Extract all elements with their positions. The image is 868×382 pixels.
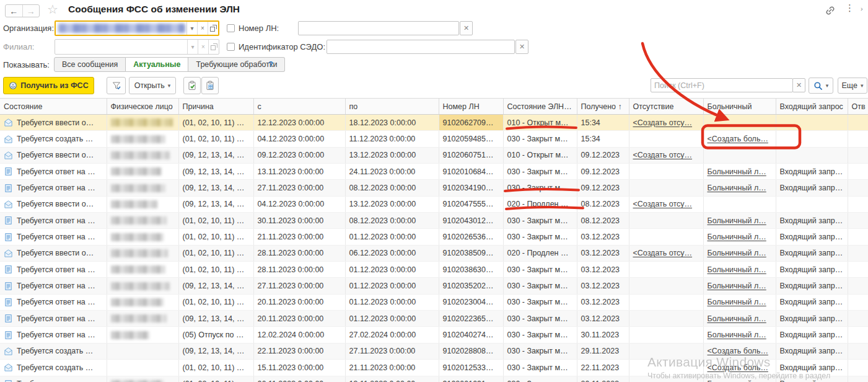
cell-sick-leave-link[interactable]: Больничный л… xyxy=(708,314,766,323)
organization-field[interactable]: ▾ × xyxy=(55,20,219,36)
cell-ln-number: 9102038509… xyxy=(439,245,503,261)
branch-field[interactable]: ▾ × xyxy=(55,39,219,55)
sedo-id-input[interactable] xyxy=(327,40,515,54)
tab-actual[interactable]: Актуальные xyxy=(126,57,188,72)
open-button[interactable]: Открыть▾ xyxy=(129,77,176,94)
state-text: Требуется ответ на … xyxy=(17,233,95,241)
cell-absence-link[interactable]: <Создать отсу… xyxy=(633,118,693,127)
table-row[interactable]: Требуется ввести о…(09, 12, 13, 14, …04.… xyxy=(0,196,868,212)
column-header-6[interactable]: Состояние ЭЛН… xyxy=(503,99,577,115)
organization-redacted-value xyxy=(58,24,185,33)
cell-sick-leave-link[interactable]: Больничный л… xyxy=(708,380,766,382)
column-header-5[interactable]: Номер ЛН xyxy=(439,99,503,115)
table-row[interactable]: Требуется ответ на …(09, 12, 13, 14, …27… xyxy=(0,180,868,196)
get-link-icon[interactable] xyxy=(824,4,836,17)
column-header-0[interactable]: Состояние xyxy=(0,99,107,115)
cell-sick-leave-link[interactable]: Больничный л… xyxy=(708,233,766,241)
cell-sick-leave-link[interactable]: Больничный л… xyxy=(708,249,766,257)
column-header-2[interactable]: Причина xyxy=(178,99,253,115)
table-row[interactable]: Требуется ответ на …(01, 02, 10, 11) …30… xyxy=(0,213,868,229)
state-text: Требуется ответ на … xyxy=(17,167,95,176)
cell-received: 03.12.2023 xyxy=(577,278,629,294)
cell-sick-leave-link[interactable]: Больничный л… xyxy=(708,265,766,274)
cell-incoming-request: Входящий запр… xyxy=(776,213,848,229)
table-row[interactable]: Требуется создать …(01, 02, 10, 11) …15.… xyxy=(0,360,868,376)
cell-absence: <Создать отсу… xyxy=(629,147,703,163)
clipboard-check-button[interactable] xyxy=(183,77,201,94)
branch-open-icon[interactable] xyxy=(208,40,219,54)
table-row[interactable]: Требуется ответ на …(09, 12, 13, 14, …13… xyxy=(0,164,868,180)
table-row[interactable]: Требуется ввести о…(01, 02, 10, 11) …28.… xyxy=(0,245,868,261)
cell-sick-leave-link[interactable]: Больничный л… xyxy=(708,167,766,176)
cell-eln-state: 030 - Закрыт м… xyxy=(503,213,577,229)
filter-button[interactable] xyxy=(107,77,126,94)
cell-sick-leave-link[interactable]: Больничный л… xyxy=(708,331,766,339)
more-button[interactable]: Еще▾ xyxy=(838,78,867,94)
branch-clear-icon[interactable]: × xyxy=(198,40,208,54)
column-header-9[interactable]: Больничный xyxy=(703,99,776,115)
cell-reason: (09, 12, 13, 14, … xyxy=(178,164,253,180)
column-header-11[interactable]: Отв xyxy=(848,99,868,115)
ln-number-clear-icon[interactable]: ✕ xyxy=(460,21,473,35)
table-row[interactable]: Требуется создать …(09, 12, 13, 14, …22.… xyxy=(0,343,868,359)
state-text: Требуется ответ на … xyxy=(17,265,95,274)
ln-number-checkbox[interactable] xyxy=(227,24,235,32)
cell-date-from: 12.02.2024 0:00:00 xyxy=(253,327,345,343)
cell-sick-leave-link[interactable]: <Создать боль… xyxy=(708,363,768,372)
table-row[interactable]: Требуется ввести о…(01, 02, 10, 11) …12.… xyxy=(0,115,868,131)
cell-sick-leave-link[interactable]: <Создать боль… xyxy=(708,347,768,355)
table-row[interactable]: Требуется ответ на …(01, 02, 10, 11) …06… xyxy=(0,376,868,382)
cell-date-to: 08.12.2023 0:00:00 xyxy=(345,213,439,229)
organization-dropdown-icon[interactable]: ▾ xyxy=(186,22,197,35)
cell-sick-leave-link[interactable]: Больничный л… xyxy=(708,298,766,306)
branch-dropdown-icon[interactable]: ▾ xyxy=(187,40,198,54)
cell-reply xyxy=(848,180,868,196)
document-icon xyxy=(4,331,13,340)
column-header-7[interactable]: Получено ↑ xyxy=(577,99,629,115)
cell-person xyxy=(107,311,178,327)
cell-absence-link[interactable]: <Создать отсу… xyxy=(633,151,693,159)
cell-date-to: 24.11.2023 0:00:00 xyxy=(345,164,439,180)
table-row[interactable]: Требуется ответ на …(09, 12, 13, 14, …20… xyxy=(0,311,868,327)
cell-sick-leave: Больничный л… xyxy=(703,327,776,343)
table-row[interactable]: Требуется ввести о…(09, 12, 13, 14, …09.… xyxy=(0,147,868,163)
column-header-8[interactable]: Отсутствие xyxy=(629,99,703,115)
cell-sick-leave-link[interactable]: <Создать боль… xyxy=(708,135,768,143)
table-row[interactable]: Требуется ответ на …(05) Отпуск по …12.0… xyxy=(0,327,868,343)
search-button[interactable]: ▾ xyxy=(809,78,833,94)
column-header-4[interactable]: по xyxy=(345,99,439,115)
table-row[interactable]: Требуется создать …(01, 02, 10, 11) …04.… xyxy=(0,131,868,147)
sedo-id-checkbox[interactable] xyxy=(227,43,235,51)
state-text: Требуется ответ на … xyxy=(17,184,95,192)
column-header-1[interactable]: Физическое лицо xyxy=(107,99,178,115)
sedo-id-clear-icon[interactable]: ✕ xyxy=(515,40,528,54)
favorite-star-icon[interactable]: ☆ xyxy=(47,2,58,17)
back-button[interactable]: ← xyxy=(6,5,23,17)
table-row[interactable]: Требуется ответ на …(01, 02, 10, 11) …28… xyxy=(0,262,868,278)
cell-absence-link[interactable]: <Создать отсу… xyxy=(633,249,693,257)
clipboard-copy-button[interactable] xyxy=(201,77,219,94)
cell-sick-leave-link[interactable]: Больничный л… xyxy=(708,282,766,290)
cell-incoming-request: Входящий запр… xyxy=(776,327,848,343)
search-clear-icon[interactable]: ✕ xyxy=(792,78,805,92)
table-row[interactable]: Требуется ответ на …(01, 02, 10, 11) …21… xyxy=(0,229,868,245)
help-link[interactable]: ? xyxy=(268,60,273,69)
tab-all-messages[interactable]: Все сообщения xyxy=(54,57,126,72)
ln-number-input[interactable] xyxy=(298,21,459,35)
fetch-from-fss-button[interactable]: Получить из ФСС xyxy=(3,77,94,94)
column-header-10[interactable]: Входящий запрос xyxy=(776,99,848,115)
cell-absence-link[interactable]: <Создать отсу… xyxy=(633,200,693,208)
cell-sick-leave-link[interactable]: Больничный л… xyxy=(708,184,766,192)
cell-reason: (01, 02, 10, 11) … xyxy=(178,115,253,131)
table-row[interactable]: Требуется ответ на …(09, 12, 13, 14, …27… xyxy=(0,278,868,294)
search-input[interactable] xyxy=(651,78,793,92)
cell-sick-leave-link[interactable]: Больничный л… xyxy=(708,216,766,225)
forward-button[interactable]: → xyxy=(23,5,40,17)
organization-open-icon[interactable] xyxy=(208,22,218,35)
collapse-panel-icon[interactable]: › xyxy=(861,5,863,12)
table-row[interactable]: Требуется ответ на …(01, 02, 10, 11) …20… xyxy=(0,294,868,310)
organization-clear-icon[interactable]: × xyxy=(197,22,208,35)
column-header-3[interactable]: с xyxy=(253,99,345,115)
cell-person xyxy=(107,196,178,212)
more-options-icon[interactable]: ⋮ xyxy=(845,2,854,14)
